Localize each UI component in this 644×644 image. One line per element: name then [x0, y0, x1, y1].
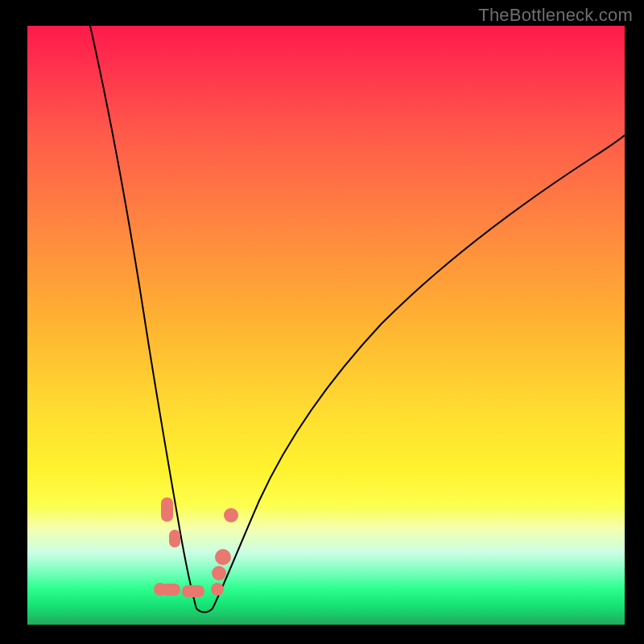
plot-area	[27, 26, 625, 625]
marker-dot	[211, 583, 224, 596]
right-curve	[213, 135, 625, 609]
marker-dot	[212, 566, 226, 580]
watermark-text: TheBottleneck.com	[478, 5, 633, 26]
marker-pill	[169, 530, 180, 547]
valley-floor	[196, 609, 213, 613]
marker-dot	[224, 508, 238, 522]
chart-frame: TheBottleneck.com	[0, 0, 644, 644]
left-curve	[90, 26, 196, 609]
marker-dot	[215, 549, 231, 565]
marker-pill	[161, 497, 173, 522]
marker-pill	[161, 584, 180, 596]
marker-pill	[182, 585, 204, 597]
chart-svg	[27, 26, 625, 625]
